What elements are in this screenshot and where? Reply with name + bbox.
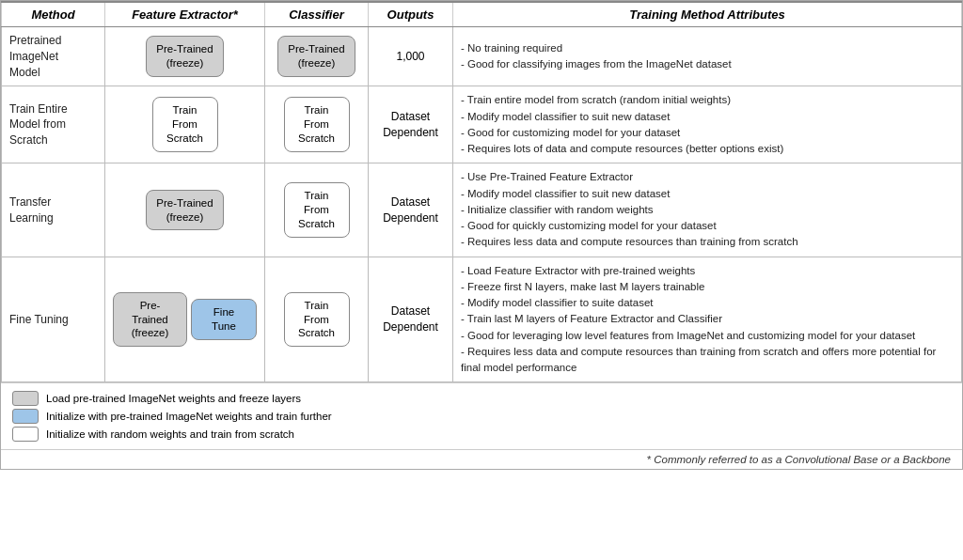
legend-item: Initialize with random weights and train… [12, 427, 951, 442]
method-name: Fine Tuning [9, 313, 69, 326]
cl-cell: Train From Scratch [265, 257, 369, 382]
fe-cell: Pre-Trained (freeze) [105, 163, 265, 257]
attr-item: Use Pre-Trained Feature Extractor [461, 169, 954, 185]
fe-box-blue: Fine Tune [191, 299, 257, 340]
attr-item: Good for leveraging low level features f… [461, 328, 954, 344]
legend-label: Initialize with pre-trained ImageNet wei… [46, 411, 332, 422]
output-cell: 1,000 [369, 27, 453, 86]
footnote: * Commonly referred to as a Convolutiona… [1, 449, 962, 469]
attr-item: Initialize classifier with random weight… [461, 202, 954, 218]
attr-item: Good for quickly customizing model for y… [461, 218, 954, 234]
table-row: Train Entire Model from ScratchTrain Fro… [2, 86, 962, 163]
col-header-cl: Classifier [265, 2, 369, 27]
attr-item: Train entire model from scratch (random … [461, 92, 954, 108]
attr-item: Requires less data and compute resources… [461, 234, 954, 250]
method-name: Train Entire Model from Scratch [9, 102, 68, 148]
method-cell: Transfer Learning [2, 163, 105, 257]
attr-item: No training required [461, 40, 954, 56]
legend-box-white [12, 427, 39, 442]
cl-box: Train From Scratch [284, 182, 350, 238]
output-cell: Dataset Dependent [369, 86, 453, 163]
attr-cell: Train entire model from scratch (random … [453, 86, 962, 163]
attr-item: Good for classifying images from the Ima… [461, 56, 954, 72]
cl-box: Train From Scratch [284, 292, 350, 348]
cl-cell: Train From Scratch [265, 163, 369, 257]
attr-item: Load Feature Extractor with pre-trained … [461, 263, 954, 279]
col-header-fe: Feature Extractor* [105, 2, 265, 27]
method-cell: Fine Tuning [2, 257, 105, 382]
method-cell: Pretrained ImageNet Model [2, 27, 105, 86]
attr-item: Modify model classifier to suite dataset [461, 295, 954, 311]
attr-item: Modify model classifier to suit new data… [461, 109, 954, 125]
legend-box-blue [12, 409, 39, 424]
legend-box-gray [12, 391, 39, 406]
attr-cell: No training requiredGood for classifying… [453, 27, 962, 86]
output-cell: Dataset Dependent [369, 163, 453, 257]
attr-cell: Load Feature Extractor with pre-trained … [453, 257, 962, 382]
attr-item: Good for customizing model for your data… [461, 125, 954, 141]
table-row: Transfer LearningPre-Trained (freeze)Tra… [2, 163, 962, 257]
method-name: Pretrained ImageNet Model [9, 34, 61, 79]
legend-item: Load pre-trained ImageNet weights and fr… [12, 391, 951, 406]
output-cell: Dataset Dependent [369, 257, 453, 382]
fe-cell: Train From Scratch [105, 86, 265, 163]
attr-item: Modify model classifier to suit new data… [461, 186, 954, 202]
legend-label: Initialize with random weights and train… [46, 428, 294, 440]
attr-item: Freeze first N layers, make last M layer… [461, 279, 954, 295]
fe-box-gray: Pre-Trained (freeze) [113, 292, 187, 348]
attr-cell: Use Pre-Trained Feature ExtractorModify … [453, 163, 962, 257]
attr-item: Train last M layers of Feature Extractor… [461, 311, 954, 327]
legend-item: Initialize with pre-trained ImageNet wei… [12, 409, 951, 424]
fe-cell: Pre-Trained (freeze) [105, 27, 265, 86]
legend-label: Load pre-trained ImageNet weights and fr… [46, 393, 301, 404]
col-header-method: Method [2, 2, 105, 27]
attr-item: Requires lots of data and compute resour… [461, 141, 954, 157]
fe-box: Pre-Trained (freeze) [146, 190, 223, 231]
col-header-out: Outputs [369, 2, 453, 27]
method-name: Transfer Learning [9, 195, 54, 225]
table-row: Pretrained ImageNet ModelPre-Trained (fr… [2, 27, 962, 86]
table-row: Fine TuningPre-Trained (freeze)Fine Tune… [2, 257, 962, 382]
fe-box: Pre-Trained (freeze) [146, 36, 223, 77]
col-header-attr: Training Method Attributes [453, 2, 962, 27]
method-cell: Train Entire Model from Scratch [2, 86, 105, 163]
cl-box: Train From Scratch [284, 97, 350, 152]
fe-cell: Pre-Trained (freeze)Fine Tune [105, 257, 265, 382]
attr-item: Requires less data and compute resources… [461, 344, 954, 377]
cl-box: Pre-Trained (freeze) [277, 36, 355, 77]
main-table: Method Feature Extractor* Classifier Out… [1, 1, 962, 382]
legend-section: Load pre-trained ImageNet weights and fr… [1, 382, 962, 449]
fe-box: Train From Scratch [152, 97, 218, 152]
cl-cell: Train From Scratch [265, 86, 369, 163]
cl-cell: Pre-Trained (freeze) [265, 27, 369, 86]
